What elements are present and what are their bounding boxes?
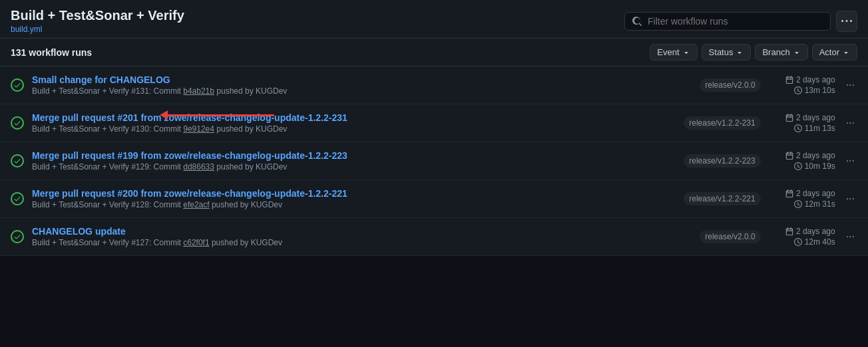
clock-icon xyxy=(794,200,802,208)
run-branch-badge: release/v2.0.0 xyxy=(700,230,760,243)
run-status-success-icon xyxy=(11,230,24,243)
run-meta: 2 days ago 12m 40s xyxy=(769,227,835,247)
more-options-button[interactable] xyxy=(836,11,857,32)
filter-buttons: Event Status Branch Actor xyxy=(650,44,857,60)
table-row: CHANGELOG update Build + Test&Sonar + Ve… xyxy=(0,218,868,256)
run-status-success-icon xyxy=(11,154,24,168)
run-time-text: 2 days ago xyxy=(796,227,835,236)
run-duration-text: 12m 40s xyxy=(805,237,835,247)
run-info: Merge pull request #201 from zowe/releas… xyxy=(32,112,676,134)
run-meta: 2 days ago 12m 31s xyxy=(769,189,835,209)
search-icon xyxy=(632,16,642,27)
commit-hash-link[interactable]: dd86633 xyxy=(183,162,214,172)
run-time-text: 2 days ago xyxy=(796,113,835,122)
run-duration: 12m 40s xyxy=(769,237,835,247)
run-time-text: 2 days ago xyxy=(796,189,835,198)
chevron-down-icon xyxy=(793,49,801,57)
run-duration: 13m 10s xyxy=(769,86,835,95)
workflow-count: 131 workflow runs xyxy=(11,47,92,58)
run-duration-text: 11m 13s xyxy=(805,124,835,133)
run-subtitle: Build + Test&Sonar + Verify #130: Commit… xyxy=(32,124,676,134)
run-branch-badge: release/v1.2.2-231 xyxy=(684,116,760,130)
run-info: Merge pull request #199 from zowe/releas… xyxy=(32,150,676,172)
run-subtitle: Build + Test&Sonar + Verify #127: Commit… xyxy=(32,238,692,247)
clock-icon xyxy=(794,162,802,170)
run-duration-text: 13m 10s xyxy=(805,86,835,95)
run-duration: 10m 19s xyxy=(769,162,835,171)
table-row: Small change for CHANGELOG Build + Test&… xyxy=(0,66,868,104)
run-subtitle: Build + Test&Sonar + Verify #129: Commit… xyxy=(32,162,676,172)
commit-hash-link[interactable]: b4ab21b xyxy=(183,86,214,96)
run-time: 2 days ago xyxy=(769,227,835,236)
status-filter-button[interactable]: Status xyxy=(702,44,752,60)
run-status-success-icon xyxy=(11,116,24,130)
run-meta: 2 days ago 13m 10s xyxy=(769,75,835,95)
arrow-line xyxy=(168,114,274,116)
run-more-button[interactable]: ··· xyxy=(843,229,857,244)
chevron-down-icon xyxy=(736,49,744,57)
commit-hash-link[interactable]: c62f0f1 xyxy=(183,238,209,247)
search-box xyxy=(624,12,831,31)
calendar-icon xyxy=(785,152,793,160)
run-more-button[interactable]: ··· xyxy=(843,191,857,206)
run-time: 2 days ago xyxy=(769,151,835,160)
run-time: 2 days ago xyxy=(769,113,835,122)
calendar-icon xyxy=(785,76,793,84)
chevron-down-icon xyxy=(842,49,850,57)
run-title-link[interactable]: Small change for CHANGELOG xyxy=(32,74,170,85)
arrow-annotation xyxy=(160,110,274,120)
table-row: Merge pull request #200 from zowe/releas… xyxy=(0,180,868,218)
run-time-text: 2 days ago xyxy=(796,151,835,160)
search-input[interactable] xyxy=(648,16,823,27)
arrow-head xyxy=(160,110,168,120)
run-time-text: 2 days ago xyxy=(796,75,835,84)
run-meta: 2 days ago 10m 19s xyxy=(769,151,835,171)
calendar-icon xyxy=(785,189,793,197)
run-meta: 2 days ago 11m 13s xyxy=(769,113,835,133)
status-filter-label: Status xyxy=(709,47,734,57)
table-row: Merge pull request #199 from zowe/releas… xyxy=(0,142,868,180)
page-header: Build + Test&Sonar + Verify build.yml xyxy=(0,0,868,39)
run-status-success-icon xyxy=(11,192,24,205)
event-filter-label: Event xyxy=(657,47,679,57)
run-time: 2 days ago xyxy=(769,75,835,84)
branch-filter-label: Branch xyxy=(762,47,789,57)
actor-filter-button[interactable]: Actor xyxy=(812,44,857,60)
run-more-button[interactable]: ··· xyxy=(843,78,857,92)
run-title-link[interactable]: Merge pull request #199 from zowe/releas… xyxy=(32,150,347,161)
run-branch-badge: release/v1.2.2-223 xyxy=(684,154,760,168)
run-more-button[interactable]: ··· xyxy=(843,154,857,168)
header-left: Build + Test&Sonar + Verify build.yml xyxy=(11,8,184,34)
commit-hash-link[interactable]: 9e912e4 xyxy=(183,124,214,134)
runs-list: Small change for CHANGELOG Build + Test&… xyxy=(0,66,868,256)
workflow-file-link[interactable]: build.yml xyxy=(11,25,184,34)
branch-filter-button[interactable]: Branch xyxy=(755,44,807,60)
table-row: Merge pull request #201 from zowe/releas… xyxy=(0,104,868,142)
run-status-success-icon xyxy=(11,78,24,92)
clock-icon xyxy=(794,124,802,132)
run-more-button[interactable]: ··· xyxy=(843,116,857,130)
run-duration: 11m 13s xyxy=(769,124,835,133)
run-title-link[interactable]: Merge pull request #200 from zowe/releas… xyxy=(32,188,347,199)
run-info: Small change for CHANGELOG Build + Test&… xyxy=(32,74,692,96)
run-subtitle: Build + Test&Sonar + Verify #131: Commit… xyxy=(32,86,692,96)
clock-icon xyxy=(794,86,802,94)
run-info: CHANGELOG update Build + Test&Sonar + Ve… xyxy=(32,226,692,247)
run-title-link[interactable]: CHANGELOG update xyxy=(32,226,126,237)
actor-filter-label: Actor xyxy=(819,47,839,57)
run-subtitle: Build + Test&Sonar + Verify #128: Commit… xyxy=(32,200,676,209)
run-time: 2 days ago xyxy=(769,189,835,198)
run-branch-badge: release/v2.0.0 xyxy=(700,78,760,92)
run-duration: 12m 31s xyxy=(769,199,835,209)
calendar-icon xyxy=(785,227,793,235)
run-duration-text: 10m 19s xyxy=(805,162,835,171)
toolbar: 131 workflow runs Event Status Branch Ac… xyxy=(0,39,868,66)
commit-hash-link[interactable]: efe2acf xyxy=(183,200,209,209)
run-branch-badge: release/v1.2.2-221 xyxy=(684,192,760,205)
header-right xyxy=(624,11,857,32)
calendar-icon xyxy=(785,114,793,122)
page-title: Build + Test&Sonar + Verify xyxy=(11,8,184,23)
chevron-down-icon xyxy=(682,49,690,57)
event-filter-button[interactable]: Event xyxy=(650,44,697,60)
clock-icon xyxy=(794,238,802,246)
